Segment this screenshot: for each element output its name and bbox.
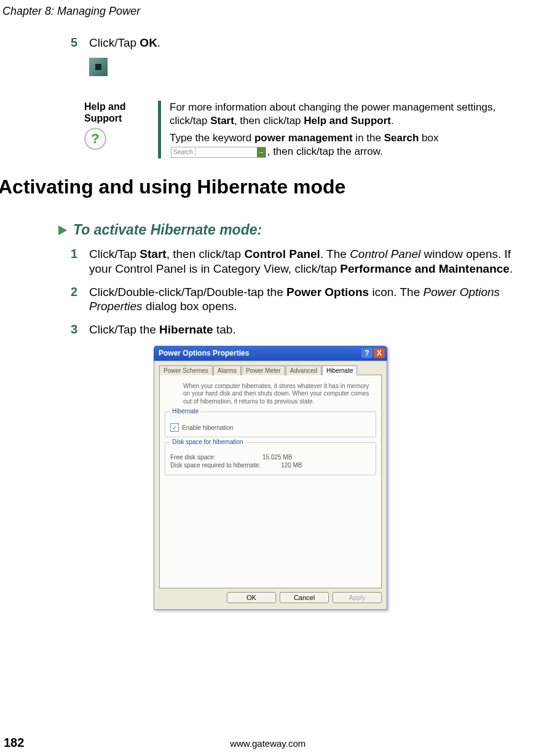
search-box-icon: Search→ (171, 147, 266, 158)
page-footer: 182 www.gateway.com (0, 736, 536, 750)
free-disk-label: Free disk space: (170, 454, 262, 461)
text: , then click/tap the arrow. (267, 146, 383, 157)
group-hibernate: Hibernate ✓ Enable hibernation (165, 411, 376, 437)
group-disk-space: Disk space for hibernation Free disk spa… (165, 442, 376, 475)
step-3-text: Click/Tap the Hibernate tab. (89, 322, 236, 337)
step-1-number: 1 (71, 247, 89, 261)
apply-button[interactable]: Apply (333, 592, 382, 603)
chapter-title: Chapter 8: Managing Power (2, 5, 140, 18)
ok-button[interactable]: OK (227, 592, 276, 603)
step-2-number: 2 (71, 285, 89, 299)
text: Control Panel (350, 247, 420, 260)
text: . The (320, 247, 350, 260)
text: in the (353, 132, 384, 144)
text: Help and Support (304, 115, 391, 127)
play-icon (58, 225, 67, 235)
search-field (195, 148, 257, 157)
power-options-dialog: Power Options Properties ? X Power Schem… (154, 346, 387, 610)
enable-hibernation-row[interactable]: ✓ Enable hibernation (170, 423, 371, 432)
tab-power-schemes[interactable]: Power Schemes (159, 365, 213, 375)
text: Start (210, 115, 234, 127)
hibernate-description: When your computer hibernates, it stores… (183, 383, 375, 406)
free-disk-value: 15,025 MB (262, 454, 292, 461)
cancel-button[interactable]: Cancel (280, 592, 329, 603)
step-1-text: Click/Tap Start, then click/tap Control … (89, 247, 532, 276)
enable-hibernation-checkbox[interactable]: ✓ (170, 423, 179, 432)
section-heading: Activating and using Hibernate mode (0, 176, 532, 198)
titlebar-help-button[interactable]: ? (361, 348, 372, 358)
text: Performance and Maintenance (340, 262, 510, 275)
text: . (391, 115, 394, 127)
text: Start (140, 247, 166, 260)
text: Type the keyword (170, 132, 254, 144)
help-and-support-callout: Help and Support ? For more information … (84, 101, 532, 158)
procedure-heading-row: To activate Hibernate mode: (58, 222, 532, 238)
text: Click/Tap (89, 247, 140, 260)
help-label: Help and Support (84, 101, 158, 124)
text: Click/Double-click/Tap/Double-tap the (89, 286, 286, 298)
tab-panel: When your computer hibernates, it stores… (159, 375, 382, 588)
step-3-number: 3 (71, 322, 89, 337)
text: box (419, 132, 438, 144)
step-5-number: 5 (71, 36, 89, 50)
step-2-row: 2 Click/Double-click/Tap/Double-tap the … (71, 285, 532, 314)
help-text: For more information about changing the … (170, 101, 508, 158)
tab-power-meter[interactable]: Power Meter (242, 365, 285, 375)
text: power management (254, 132, 353, 144)
step-1-row: 1 Click/Tap Start, then click/tap Contro… (71, 247, 532, 276)
text: Power Options (286, 286, 369, 298)
search-arrow-icon: → (257, 147, 266, 157)
text: Click/Tap the (89, 323, 159, 336)
titlebar-close-button[interactable]: X (374, 348, 385, 358)
enable-hibernation-label: Enable hibernation (182, 424, 233, 431)
text: tab. (213, 323, 236, 336)
text: dialog box opens. (143, 300, 237, 313)
dialog-title: Power Options Properties (159, 349, 249, 357)
text: Search (384, 132, 419, 144)
required-disk-value: 120 MB (281, 462, 302, 469)
step-2-text: Click/Double-click/Tap/Double-tap the Po… (89, 285, 532, 314)
ok-label: OK (140, 36, 157, 49)
step-5-row: 5 Click/Tap OK. (71, 36, 532, 50)
procedure-heading: To activate Hibernate mode: (73, 222, 262, 238)
page-number: 182 (4, 736, 24, 750)
text: , then click/tap (234, 115, 304, 127)
dialog-titlebar: Power Options Properties ? X (154, 346, 387, 360)
end-of-topic-icon (89, 58, 108, 76)
group-disk-space-title: Disk space for hibernation (170, 438, 245, 445)
text: , then click/tap (167, 247, 245, 260)
help-divider (158, 101, 161, 158)
group-hibernate-title: Hibernate (170, 408, 200, 415)
step-5-text: Click/Tap OK. (89, 36, 160, 50)
search-label: Search (171, 148, 195, 156)
tab-alarms[interactable]: Alarms (213, 365, 241, 375)
text: icon. The (369, 286, 423, 298)
text: . (510, 262, 513, 275)
dialog-tabs: Power Schemes Alarms Power Meter Advance… (159, 365, 382, 375)
tab-hibernate[interactable]: Hibernate (322, 365, 357, 376)
text: Click/Tap (89, 36, 140, 49)
help-question-icon: ? (84, 128, 106, 150)
text: Control Panel (244, 247, 320, 260)
tab-advanced[interactable]: Advanced (286, 365, 321, 375)
required-disk-label: Disk space required to hibernate: (170, 462, 281, 469)
footer-url: www.gateway.com (230, 738, 305, 749)
text: Hibernate (159, 323, 213, 336)
square-icon (95, 64, 101, 70)
step-3-row: 3 Click/Tap the Hibernate tab. (71, 322, 532, 337)
text: . (157, 36, 160, 49)
